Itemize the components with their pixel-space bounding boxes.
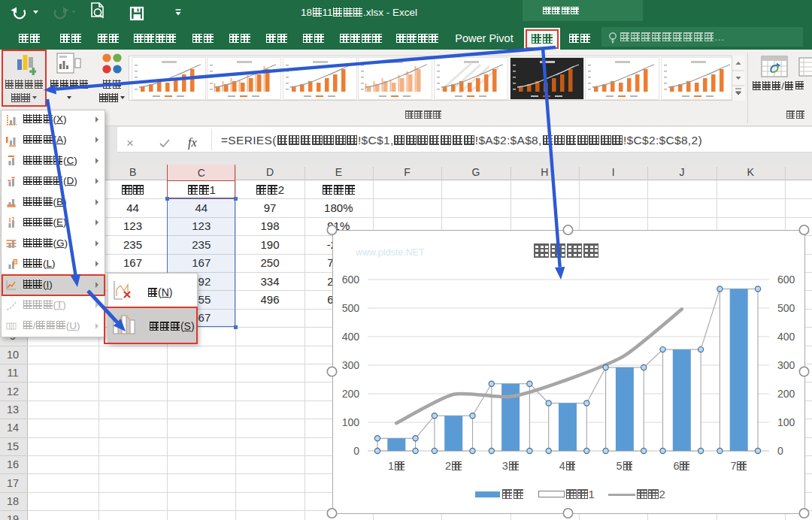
svg-text:500: 500 [342, 302, 360, 314]
svg-text:0: 0 [777, 445, 783, 457]
svg-text:600: 600 [777, 274, 795, 286]
svg-text:0: 0 [353, 445, 359, 457]
svg-text:200: 200 [777, 388, 795, 400]
svg-text:300: 300 [777, 359, 795, 371]
svg-text:300: 300 [342, 359, 360, 371]
svg-text:500: 500 [777, 302, 795, 314]
svg-text:400: 400 [342, 331, 360, 343]
svg-text:600: 600 [342, 274, 360, 286]
svg-text:100: 100 [342, 416, 360, 428]
svg-text:100: 100 [777, 416, 795, 428]
svg-text:200: 200 [342, 388, 360, 400]
svg-text:400: 400 [777, 331, 795, 343]
